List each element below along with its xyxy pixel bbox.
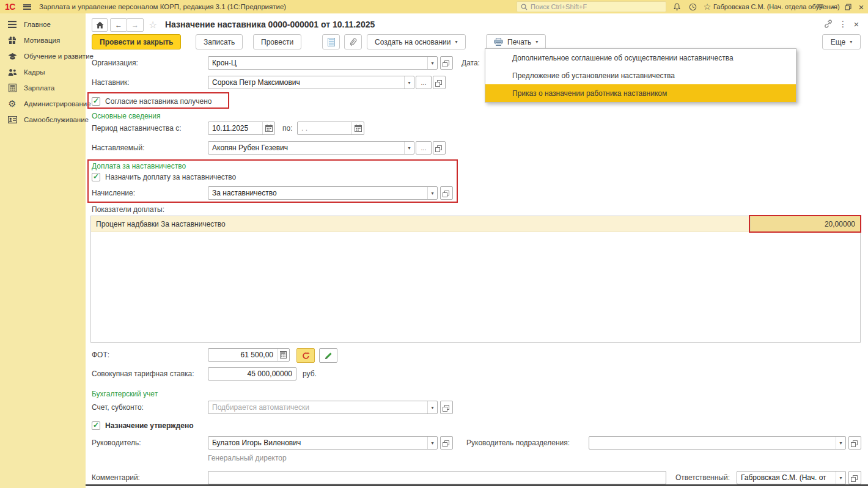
- more-kebab-icon[interactable]: ⋮: [837, 18, 848, 29]
- sidebar-item-motivation[interactable]: Мотивация: [0, 32, 86, 48]
- close-window-icon[interactable]: ×: [855, 0, 868, 13]
- pencil-icon: [325, 352, 333, 360]
- consent-checkbox[interactable]: ✓ Согласие наставника получено: [92, 95, 212, 107]
- indicators-table: Процент надбавки За наставничество 20,00…: [90, 216, 861, 343]
- dropdown-arrow-icon: ▾: [836, 437, 845, 449]
- create-based-on-button[interactable]: Создать на основании▾: [367, 34, 466, 49]
- mentee-open-button[interactable]: [433, 141, 446, 155]
- account-label: Счет, субконто:: [92, 401, 144, 414]
- sidebar-item-main[interactable]: Главное: [0, 16, 86, 32]
- tariff-label: Совокупная тарифная ставка:: [92, 367, 194, 381]
- print-button[interactable]: Печать▾: [486, 34, 546, 49]
- open-form-icon: [853, 440, 858, 445]
- assign-surcharge-checkbox[interactable]: ✓ Назначить доплату за наставничество: [92, 171, 236, 183]
- home-button[interactable]: [92, 18, 108, 32]
- dept-manager-label: Руководитель подразделения:: [466, 436, 570, 450]
- restore-window-icon[interactable]: [841, 0, 855, 13]
- org-open-button[interactable]: [440, 56, 453, 70]
- sidebar-label: Зарплата: [24, 84, 54, 92]
- close-form-icon[interactable]: ×: [851, 18, 862, 29]
- main-menu-icon[interactable]: [23, 0, 31, 13]
- register-records-button[interactable]: [322, 34, 340, 49]
- more-actions-button[interactable]: Еще▾: [822, 34, 861, 49]
- mentee-combo[interactable]: Акопян Рубен Гезевич ▾: [208, 141, 414, 155]
- manager-combo[interactable]: Булатов Игорь Виленович ▾: [208, 436, 438, 450]
- print-menu-item-proposal[interactable]: Предложение об установлении наставничест…: [485, 67, 796, 84]
- approved-checkbox[interactable]: ✓ Назначение утверждено: [92, 420, 194, 432]
- mentor-open-button[interactable]: [433, 76, 446, 89]
- dept-manager-combo[interactable]: ▾: [589, 436, 846, 450]
- check-icon: ✓: [93, 421, 99, 429]
- indicators-label: Показатели доплаты:: [92, 203, 164, 216]
- open-form-icon: [853, 475, 858, 480]
- consent-label: Согласие наставника получено: [105, 97, 212, 106]
- accrual-combo[interactable]: За наставничество ▾: [208, 186, 438, 200]
- favorite-star-icon[interactable]: ☆: [149, 19, 157, 31]
- dept-manager-open-button[interactable]: [848, 436, 861, 450]
- manager-label: Руководитель:: [92, 436, 141, 450]
- post-button[interactable]: Провести: [253, 34, 301, 49]
- responsible-label: Ответственный:: [675, 471, 730, 484]
- mentor-label: Наставник:: [92, 76, 130, 89]
- minimize-window-icon[interactable]: –: [828, 0, 841, 13]
- print-menu-item-agreement[interactable]: Дополнительное соглашение об осуществлен…: [485, 49, 796, 67]
- manager-open-button[interactable]: [440, 436, 453, 450]
- history-clock-icon[interactable]: [686, 0, 699, 13]
- sidebar-item-payroll[interactable]: Зарплата: [0, 80, 86, 96]
- id-card-icon: [7, 115, 17, 125]
- period-label: Период наставничества с:: [92, 122, 181, 135]
- dropdown-arrow-icon: ▾: [404, 142, 414, 154]
- responsible-open-button[interactable]: [848, 471, 861, 484]
- section-surcharge-header: Доплата за наставничество: [92, 162, 186, 170]
- table-row[interactable]: Процент надбавки За наставничество 20,00…: [91, 216, 860, 232]
- mentor-combo[interactable]: Сорока Петр Максимович ▾: [208, 76, 414, 89]
- sidebar-item-training[interactable]: Обучение и развитие: [0, 48, 86, 64]
- tariff-unit-label: руб.: [303, 367, 317, 381]
- fot-edit-button[interactable]: [319, 348, 337, 363]
- calendar-icon[interactable]: [262, 122, 274, 134]
- indicator-name-cell[interactable]: Процент надбавки За наставничество: [91, 216, 750, 231]
- copy-link-icon[interactable]: [823, 18, 834, 29]
- period-to-field[interactable]: . .: [297, 122, 364, 135]
- dropdown-arrow-icon: ▾: [427, 57, 437, 69]
- register-icon: [328, 38, 335, 46]
- notifications-bell-icon[interactable]: [670, 0, 683, 13]
- sidebar-item-hr[interactable]: Кадры: [0, 64, 86, 80]
- calendar-icon[interactable]: [351, 122, 364, 134]
- forward-button[interactable]: →: [127, 18, 144, 32]
- print-menu-item-order[interactable]: Приказ о назначении работника наставнико…: [485, 84, 796, 102]
- dropdown-arrow-icon: ▾: [427, 437, 437, 449]
- global-search-input[interactable]: Поиск Ctrl+Shift+F: [517, 1, 666, 12]
- tariff-field[interactable]: 45 000,00000: [208, 367, 296, 381]
- accrual-open-button[interactable]: [440, 186, 453, 200]
- favorites-star-icon[interactable]: ☆: [701, 0, 714, 13]
- post-and-close-button[interactable]: Провести и закрыть: [92, 34, 181, 49]
- comment-label: Комментарий:: [92, 471, 140, 484]
- fot-field[interactable]: 61 500,00: [208, 348, 290, 362]
- attachments-button[interactable]: [344, 34, 362, 49]
- mentee-choose-button[interactable]: ...: [416, 141, 432, 155]
- back-button[interactable]: ←: [110, 18, 127, 32]
- indicator-value-cell[interactable]: 20,00000: [750, 216, 860, 231]
- period-from-field[interactable]: 10.11.2025: [208, 122, 275, 135]
- checkbox-box: ✓: [92, 173, 100, 181]
- sidebar-item-administration[interactable]: ⚙ Администрирование: [0, 96, 86, 112]
- account-open-button[interactable]: [440, 401, 453, 414]
- responsible-combo[interactable]: Габровская С.М. (Нач. от ▾: [737, 471, 846, 484]
- open-form-icon: [444, 440, 449, 445]
- sidebar-item-selfservice[interactable]: Самообслуживание: [0, 112, 86, 128]
- comment-field[interactable]: [208, 471, 666, 484]
- document-form: ← → ☆ Назначение наставника 0000-000001 …: [86, 13, 868, 488]
- fot-refresh-button[interactable]: [296, 348, 315, 363]
- refresh-icon: [302, 352, 310, 360]
- chevron-down-icon: ▾: [455, 39, 458, 45]
- calculator-input-icon[interactable]: [277, 349, 289, 361]
- search-icon: [521, 4, 528, 10]
- mentor-choose-button[interactable]: ...: [416, 76, 432, 89]
- org-label: Организация:: [92, 56, 138, 70]
- account-combo[interactable]: Подбирается автоматически ▾: [208, 401, 438, 414]
- print-dropdown-menu: Дополнительное соглашение об осуществлен…: [485, 48, 796, 103]
- org-combo[interactable]: Крон-Ц ▾: [208, 56, 438, 70]
- collapse-panel-icon[interactable]: [813, 0, 826, 13]
- write-button[interactable]: Записать: [196, 34, 243, 49]
